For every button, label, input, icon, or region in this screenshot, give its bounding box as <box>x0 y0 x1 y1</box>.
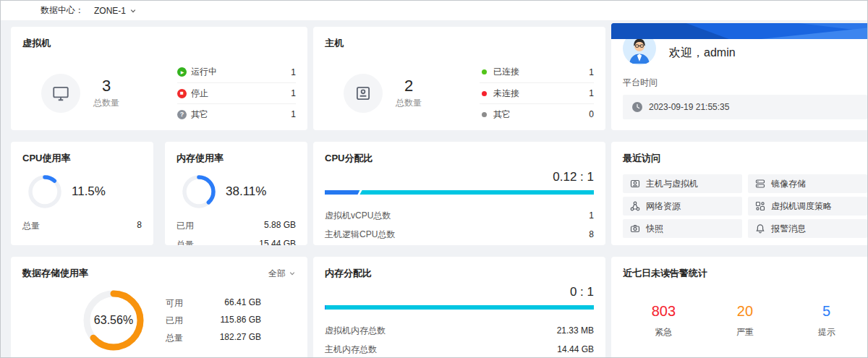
cpu-allocation-title: CPU分配比 <box>325 152 594 165</box>
other-status-icon: ? <box>177 110 187 119</box>
recent-visits-card: 最近访问 主机与虚拟机 镜像存储 <box>611 142 868 245</box>
other-dot-icon <box>482 112 487 117</box>
quick-link-alarm[interactable]: 报警消息 <box>748 219 867 238</box>
zone-selector-value: ZONE-1 <box>94 6 126 16</box>
server-icon <box>354 84 373 103</box>
welcome-card: 欢迎，admin 平台时间 2023-09-19 21:55:35 <box>611 23 868 130</box>
quick-link-network[interactable]: 网络资源 <box>623 197 742 216</box>
platform-time-box: 2023-09-19 21:55:35 <box>623 95 867 119</box>
memory-used-row: 已用 5.88 GB <box>176 220 296 232</box>
cpu-total-row: 总量 8 <box>22 220 142 232</box>
cpu-allocation-card: CPU分配比 0.12 : 1 虚拟机vCPU总数 1 主机逻辑CPU总数 8 … <box>313 142 605 245</box>
dashboard-screen: 数据中心： ZONE-1 虚拟机 3 总数量 <box>0 0 868 358</box>
cpu-allocation-percent-row: CPU分配比例 12.5 % <box>325 244 594 245</box>
storage-used-row: 已用 115.86 GB <box>166 315 261 327</box>
quick-link-snapshot[interactable]: 快照 <box>623 219 742 238</box>
host-summary-card: 主机 2 总数量 已连接 <box>313 27 605 130</box>
quick-link-host-vm[interactable]: 主机与虚拟机 <box>623 174 742 193</box>
host-status-row: 其它 0 <box>480 103 594 124</box>
storage-available-row: 可用 66.41 GB <box>166 297 261 310</box>
vm-card-title: 虚拟机 <box>22 37 296 50</box>
usage-cards-wrap: CPU使用率 11.5% 总量 8 内存使用率 <box>11 142 307 245</box>
alarm-stats-title: 近七日未读告警统计 <box>623 267 867 280</box>
zone-selector[interactable]: ZONE-1 <box>94 6 137 16</box>
memory-usage-donut <box>182 175 216 208</box>
disconnected-dot-icon <box>482 91 487 96</box>
quick-link-schedule-policy[interactable]: 虚拟机调度策略 <box>748 197 867 216</box>
alarm-stat-severe: 20 严重 <box>705 303 786 338</box>
chevron-down-icon <box>289 270 296 277</box>
snapshot-icon <box>630 223 640 234</box>
clock-icon <box>632 102 642 112</box>
vm-summary-card: 虚拟机 3 总数量 ▶ 运行中 <box>11 27 307 130</box>
vm-status-row: ? 其它 1 <box>177 103 296 124</box>
storage-donut: 63.56% <box>83 290 144 351</box>
cpu-usage-percent: 11.5% <box>72 184 106 199</box>
storage-usage-card: 数据存储使用率 全部 63.56% 可用 66.41 <box>11 257 307 358</box>
host-card-title: 主机 <box>325 37 594 50</box>
memory-allocation-ratio: 0 : 1 <box>325 285 594 299</box>
welcome-greeting: 欢迎，admin <box>669 46 736 61</box>
schedule-policy-icon <box>755 201 765 211</box>
storage-usage-percent: 63.56% <box>83 290 144 351</box>
host-status-row: 未连接 1 <box>480 82 594 103</box>
vm-status-list: ▶ 运行中 1 ■ 停止 1 ? 其它 1 <box>177 61 296 124</box>
vcpu-total-row: 虚拟机vCPU总数 1 <box>325 206 594 225</box>
memory-allocation-card: 内存分配比 0 : 1 虚拟机内存总数 21.33 MB 主机内存总数 14.4… <box>313 257 605 358</box>
stopped-status-icon: ■ <box>177 89 187 98</box>
host-total-count: 2 <box>396 77 422 95</box>
vm-status-row: ▶ 运行中 1 <box>177 61 296 82</box>
platform-time-label: 平台时间 <box>623 77 867 89</box>
running-status-icon: ▶ <box>177 67 187 77</box>
storage-filter-dropdown[interactable]: 全部 <box>268 268 296 280</box>
chevron-down-icon <box>129 7 137 14</box>
memory-usage-title: 内存使用率 <box>176 152 296 165</box>
dashboard-grid: 虚拟机 3 总数量 ▶ 运行中 <box>1 20 867 358</box>
welcome-banner <box>611 23 868 39</box>
cpu-usage-card: CPU使用率 11.5% 总量 8 <box>11 142 153 245</box>
connected-dot-icon <box>482 69 487 74</box>
host-icon-circle <box>344 74 383 113</box>
alarm-stat-hint: 5 提示 <box>786 303 867 338</box>
storage-total-row: 总量 182.27 GB <box>166 332 261 344</box>
cpu-allocation-bar <box>325 190 594 195</box>
vm-memory-total-row: 虚拟机内存总数 21.33 MB <box>325 321 594 340</box>
memory-allocation-title: 内存分配比 <box>325 267 594 280</box>
alarm-icon <box>755 223 765 234</box>
vm-total-count: 3 <box>93 77 119 95</box>
memory-usage-card: 内存使用率 38.11% 已用 5.88 GB 总量 15.44 G <box>165 142 307 245</box>
quick-link-image-storage[interactable]: 镜像存储 <box>748 174 867 193</box>
monitor-icon <box>51 84 70 103</box>
host-total-label: 总数量 <box>396 97 422 109</box>
vm-icon-circle <box>41 74 80 113</box>
memory-allocation-bar <box>325 305 594 310</box>
host-memory-total-row: 主机内存总数 14.44 GB <box>325 340 594 358</box>
host-status-list: 已连接 1 未连接 1 其它 0 <box>480 61 594 124</box>
image-storage-icon <box>755 179 765 189</box>
cpu-allocation-ratio: 0.12 : 1 <box>325 170 594 184</box>
alarm-stat-critical: 803 紧急 <box>623 303 705 338</box>
vm-total-label: 总数量 <box>93 97 119 109</box>
cpu-usage-donut <box>28 175 61 208</box>
network-icon <box>630 201 640 211</box>
topbar: 数据中心： ZONE-1 <box>1 1 867 20</box>
host-vm-icon <box>630 179 640 189</box>
memory-total-row: 总量 15.44 GB <box>176 239 296 245</box>
host-cpu-total-row: 主机逻辑CPU总数 8 <box>325 225 594 244</box>
platform-time-value: 2023-09-19 21:55:35 <box>649 102 729 112</box>
storage-usage-title: 数据存储使用率 <box>22 267 88 280</box>
alarm-stats-card: 近七日未读告警统计 803 紧急 20 严重 5 提示 <box>611 257 868 358</box>
datacenter-label: 数据中心： <box>41 4 84 17</box>
host-status-row: 已连接 1 <box>480 61 594 82</box>
recent-visits-title: 最近访问 <box>623 152 867 165</box>
memory-usage-percent: 38.11% <box>226 184 266 199</box>
cpu-usage-title: CPU使用率 <box>22 152 142 165</box>
vm-status-row: ■ 停止 1 <box>177 82 296 103</box>
